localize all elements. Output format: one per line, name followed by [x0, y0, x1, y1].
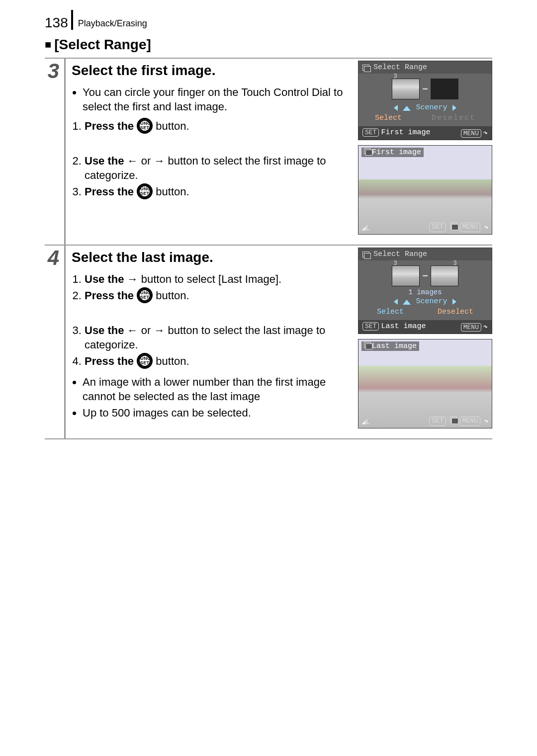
menu-badge: MENU — [460, 417, 480, 426]
text: or — [141, 324, 154, 336]
step-number-cell: 3 — [45, 59, 66, 245]
category-label: Scenery — [416, 103, 447, 112]
screen-title: Last image — [372, 342, 417, 350]
breadcrumb: Playback/Erasing — [78, 18, 147, 30]
foot-text: Last image — [381, 322, 426, 331]
set-badge: SET — [429, 223, 446, 232]
text: Use the — [85, 273, 127, 285]
step-number: 3 — [45, 61, 62, 82]
category-icon — [362, 252, 369, 257]
triangle-left-icon — [394, 299, 398, 305]
category-icon — [364, 148, 371, 154]
arrow-right-icon: → — [127, 273, 138, 285]
images-count: 1 images — [362, 288, 488, 296]
text: Press the — [85, 289, 137, 302]
arrow-right-icon: → — [154, 155, 165, 167]
back-icon: ↶ — [483, 128, 488, 138]
thumbnail: 3 — [392, 265, 420, 286]
camera-screen-select-range: Select Range 3 – Scenery — [358, 61, 492, 140]
triangle-right-icon — [452, 105, 456, 111]
step-heading: Select the last image. — [72, 249, 350, 267]
screen-title: Select Range — [373, 250, 427, 258]
select-label: Select — [377, 308, 404, 316]
text: Use the — [85, 155, 127, 167]
thumbnail: 3 — [431, 265, 458, 286]
bullet-square-icon: ■ — [45, 38, 51, 51]
category-icon — [364, 342, 371, 348]
camera-screen-first-image: First image ◢L SET MENU↶ — [358, 145, 492, 235]
text: button. — [156, 185, 189, 198]
step-4: 4 Select the last image. Use the → butto… — [45, 245, 492, 438]
instruction-item: Use the ← or → button to select the last… — [85, 323, 350, 352]
back-icon: ↶ — [484, 417, 489, 426]
set-badge: SET — [362, 128, 379, 137]
instruction-item: Use the ← or → button to select the firs… — [85, 154, 350, 182]
screen-title: First image — [372, 148, 421, 157]
step-number: 4 — [45, 248, 62, 268]
func-set-button-icon: FUNC.SET — [137, 353, 153, 369]
instruction-item: Press the FUNC.SET button. — [85, 288, 350, 304]
menu-badge: MENU — [461, 323, 481, 332]
foot-text: First image — [381, 128, 430, 137]
menu-badge: MENU — [461, 129, 481, 138]
select-label: Select — [375, 114, 402, 122]
set-badge: SET — [429, 417, 446, 426]
back-icon: ↶ — [484, 223, 489, 232]
text: button to select [Last Image]. — [141, 273, 282, 285]
note-text: You can circle your finger on the Touch … — [83, 85, 350, 114]
manual-page: 138 Playback/Erasing ■[Select Range] 3 S… — [0, 0, 537, 459]
category-icon — [450, 223, 457, 229]
triangle-right-icon — [452, 299, 456, 305]
text: Press the — [85, 355, 137, 367]
camera-screen-last-image: Last image ◢L SET MENU↶ — [358, 339, 492, 428]
text: or — [141, 155, 154, 167]
category-icon — [450, 417, 457, 422]
quality-icon: ◢L — [361, 224, 370, 232]
quality-icon: ◢L — [361, 418, 370, 426]
thumbnail: 3 — [392, 79, 420, 99]
text: button. — [156, 120, 189, 132]
section-title: ■[Select Range] — [45, 37, 492, 53]
thumb-number: 3 — [453, 260, 456, 267]
screenshots-column: Select Range 3 – Scenery — [358, 61, 492, 235]
camera-screen-select-range-last: Select Range 3 – 3 1 images Scenery — [358, 248, 492, 334]
page-number: 138 — [45, 10, 73, 30]
step-heading: Select the first image. — [72, 62, 350, 80]
divider — [45, 438, 492, 439]
text: Use the — [85, 324, 127, 336]
note-text: Up to 500 images can be selected. — [83, 406, 350, 420]
menu-badge: MENU — [460, 223, 480, 232]
func-set-button-icon: FUNC.SET — [137, 287, 153, 303]
dash-icon: – — [422, 83, 428, 95]
instruction-item: Press the FUNC.SET button. — [85, 119, 350, 135]
thumbnail-empty — [431, 79, 458, 99]
text: Press the — [85, 120, 137, 132]
thumb-number: 3 — [393, 73, 397, 80]
arrow-left-icon: ← — [127, 324, 138, 336]
set-badge: SET — [362, 322, 379, 331]
triangle-left-icon — [394, 105, 398, 111]
instruction-item: Use the → button to select [Last Image]. — [85, 272, 350, 286]
text: Press the — [85, 185, 137, 198]
dash-icon: – — [422, 270, 428, 282]
arrow-right-icon: → — [154, 324, 165, 336]
category-icon — [362, 65, 369, 71]
thumb-number: 3 — [393, 260, 397, 267]
deselect-label: Deselect — [432, 114, 475, 122]
screenshots-column: Select Range 3 – 3 1 images Scenery — [358, 248, 492, 428]
screen-title: Select Range — [373, 63, 427, 72]
text: button. — [156, 289, 189, 302]
func-set-button-icon: FUNC.SET — [137, 118, 153, 134]
func-set-button-icon: FUNC.SET — [137, 183, 153, 199]
step-number-cell: 4 — [45, 246, 66, 438]
section-title-text: [Select Range] — [54, 37, 151, 52]
instruction-item: Press the FUNC.SET button. — [85, 184, 350, 200]
page-header: 138 Playback/Erasing — [45, 10, 492, 30]
step-3: 3 Select the first image. You can circle… — [45, 58, 492, 245]
scenery-icon — [403, 105, 411, 111]
scenery-icon — [403, 299, 411, 305]
arrow-left-icon: ← — [127, 155, 138, 167]
instruction-item: Press the FUNC.SET button. — [85, 354, 350, 370]
note-text: An image with a lower number than the fi… — [83, 375, 350, 404]
category-label: Scenery — [416, 297, 447, 306]
